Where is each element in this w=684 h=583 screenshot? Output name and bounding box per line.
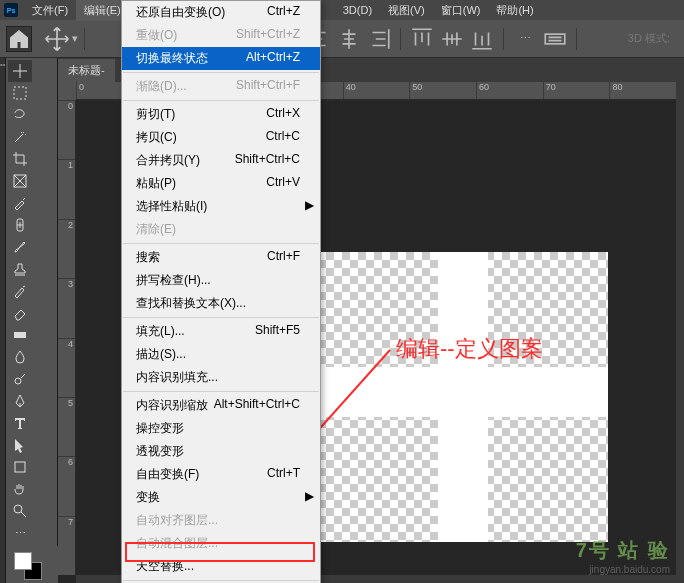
more-icon[interactable]: ⋯ (512, 26, 538, 52)
toolbar: ⋯ (6, 58, 58, 546)
align-top-icon[interactable] (409, 26, 435, 52)
panel-handle[interactable]: •• (0, 58, 5, 69)
menu-item[interactable]: 描边(S)... (122, 343, 320, 366)
svg-rect-1 (14, 87, 26, 99)
menu-window[interactable]: 窗口(W) (433, 0, 489, 21)
align-vcenter-icon[interactable] (439, 26, 465, 52)
watermark: 7号 站 验 jingyan.baidu.com (576, 537, 670, 575)
ruler-origin[interactable] (58, 82, 76, 100)
menu-item[interactable]: 内容识别填充... (122, 366, 320, 389)
brush-tool[interactable] (8, 236, 32, 258)
color-swatch[interactable] (6, 546, 58, 583)
lasso-tool[interactable] (8, 104, 32, 126)
wand-tool[interactable] (8, 126, 32, 148)
canvas[interactable] (318, 252, 608, 542)
gradient-tool[interactable] (8, 324, 32, 346)
menu-item[interactable]: 粘贴(P)Ctrl+V (122, 172, 320, 195)
move-icon[interactable] (44, 26, 70, 52)
edit-toolbar[interactable]: ⋯ (8, 522, 32, 544)
type-tool[interactable] (8, 412, 32, 434)
move-tool[interactable] (8, 60, 32, 82)
overflow-icon[interactable] (542, 26, 568, 52)
menu-file[interactable]: 文件(F) (24, 0, 76, 21)
menu-item[interactable]: 内容识别缩放Alt+Shift+Ctrl+C (122, 394, 320, 417)
align-hcenter-icon[interactable] (336, 26, 362, 52)
pen-tool[interactable] (8, 390, 32, 412)
menu-item[interactable]: 拷贝(C)Ctrl+C (122, 126, 320, 149)
menu-item[interactable]: 操控变形 (122, 417, 320, 440)
crop-tool[interactable] (8, 148, 32, 170)
menu-item[interactable]: 变换▶ (122, 486, 320, 509)
eraser-tool[interactable] (8, 302, 32, 324)
app-logo: Ps (4, 3, 18, 17)
menu-item[interactable]: 自由变换(F)Ctrl+T (122, 463, 320, 486)
path-tool[interactable] (8, 434, 32, 456)
hand-tool[interactable] (8, 478, 32, 500)
menu-item[interactable]: 还原自由变换(O)Ctrl+Z (122, 1, 320, 24)
zoom-tool[interactable] (8, 500, 32, 522)
mode-label: 3D 模式: (628, 31, 670, 46)
menu-item[interactable]: 搜索Ctrl+F (122, 246, 320, 269)
ruler-vertical[interactable]: 01234567 (58, 100, 76, 575)
menu-item[interactable]: 透视变形 (122, 440, 320, 463)
align-bottom-icon[interactable] (469, 26, 495, 52)
align-right-icon[interactable] (366, 26, 392, 52)
menu-item[interactable]: 剪切(T)Ctrl+X (122, 103, 320, 126)
menu-item: 渐隐(D)...Shift+Ctrl+F (122, 75, 320, 98)
history-brush-tool[interactable] (8, 280, 32, 302)
menu-item[interactable]: 拼写检查(H)... (122, 269, 320, 292)
eyedropper-tool[interactable] (8, 192, 32, 214)
stamp-tool[interactable] (8, 258, 32, 280)
frame-tool[interactable] (8, 170, 32, 192)
edit-menu-dropdown: 还原自由变换(O)Ctrl+Z重做(O)Shift+Ctrl+Z切换最终状态Al… (121, 0, 321, 583)
menu-help[interactable]: 帮助(H) (488, 0, 541, 21)
document-tab[interactable]: 未标题- (58, 59, 115, 82)
menu-view[interactable]: 视图(V) (380, 0, 433, 21)
svg-point-5 (15, 378, 21, 384)
menu-item[interactable]: 填充(L)...Shift+F5 (122, 320, 320, 343)
annotation-text: 编辑--定义图案 (396, 334, 543, 364)
menu-item[interactable]: 选择性粘贴(I)▶ (122, 195, 320, 218)
menu-3d[interactable]: 3D(D) (335, 1, 380, 19)
svg-rect-6 (15, 462, 25, 472)
scrollbar-vertical[interactable] (676, 82, 684, 583)
menu-item: 自动对齐图层... (122, 509, 320, 532)
menu-item[interactable]: 合并拷贝(Y)Shift+Ctrl+C (122, 149, 320, 172)
menu-item[interactable]: 查找和替换文本(X)... (122, 292, 320, 315)
blur-tool[interactable] (8, 346, 32, 368)
menu-item[interactable]: 切换最终状态Alt+Ctrl+Z (122, 47, 320, 70)
menubar: Ps 文件(F) 编辑(E) 3D(D) 视图(V) 窗口(W) 帮助(H) (0, 0, 684, 20)
marquee-tool[interactable] (8, 82, 32, 104)
dodge-tool[interactable] (8, 368, 32, 390)
menu-item[interactable]: 天空替换... (122, 555, 320, 578)
menu-item: 清除(E) (122, 218, 320, 241)
heal-tool[interactable] (8, 214, 32, 236)
svg-rect-4 (14, 332, 26, 338)
menu-item: 重做(O)Shift+Ctrl+Z (122, 24, 320, 47)
menu-item: 自动混合图层... (122, 532, 320, 555)
svg-rect-0 (545, 34, 565, 44)
options-bar: ▾ ⋯ 3D 模式: (0, 20, 684, 58)
svg-point-7 (14, 505, 22, 513)
shape-tool[interactable] (8, 456, 32, 478)
home-button[interactable] (6, 26, 32, 52)
